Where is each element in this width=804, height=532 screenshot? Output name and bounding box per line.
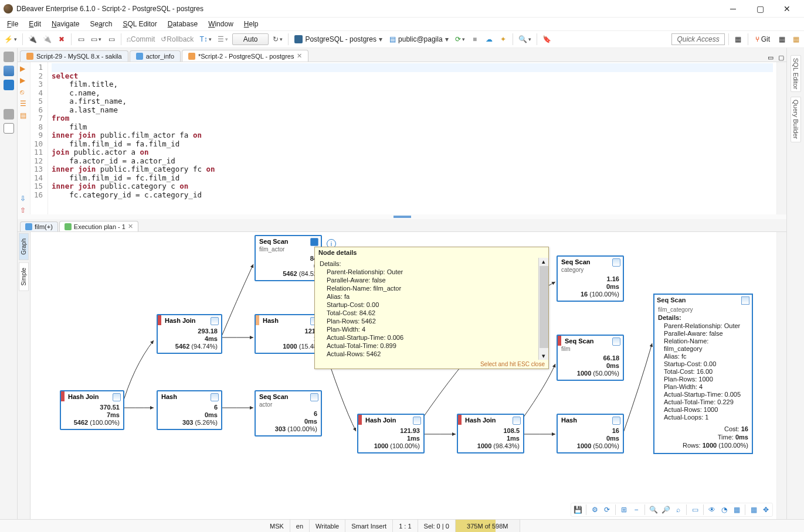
node-info-icon[interactable] bbox=[211, 393, 219, 401]
stop-button[interactable]: ■ bbox=[469, 33, 481, 46]
tab-execution-plan[interactable]: Execution plan - 1 ✕ bbox=[59, 221, 138, 231]
plan-node-hash-join-8[interactable]: Hash Join 108.51ms1000 (98.43%) bbox=[457, 414, 524, 453]
plan-node-seqscan-category[interactable]: Seq Scan category 1.160ms16 (100.00%) bbox=[557, 255, 624, 302]
close-icon[interactable]: ✕ bbox=[297, 52, 302, 60]
perspective-3-icon[interactable]: ▦ bbox=[790, 33, 802, 46]
close-icon[interactable]: ✕ bbox=[128, 223, 133, 230]
plan-node-seqscan-actor[interactable]: Seq Scan actor 60ms303 (100.00%) bbox=[255, 390, 322, 436]
graph-scrollbar[interactable] bbox=[776, 232, 786, 519]
auto-commit-button[interactable]: Auto bbox=[232, 33, 269, 45]
status-heap[interactable]: 375M of 598M bbox=[456, 520, 520, 532]
plug-connect-icon[interactable]: 🔌 bbox=[26, 33, 39, 46]
node-info-icon[interactable] bbox=[113, 393, 121, 401]
sql-editor-recent-button[interactable]: ▭ bbox=[89, 33, 103, 46]
plan-node-hash-right[interactable]: Hash 160ms1000 (50.00%) bbox=[557, 414, 624, 453]
layout-1-icon[interactable]: ▭ bbox=[690, 504, 700, 515]
sparkle-button[interactable]: ✦ bbox=[497, 33, 509, 46]
sql-console-button[interactable]: ▭ bbox=[106, 33, 117, 46]
plan-node-hash-join-2[interactable]: Hash Join 293.184ms5462 (94.74%) bbox=[157, 314, 222, 354]
eye-icon[interactable]: 👁 bbox=[707, 504, 717, 515]
editor-minimize-icon[interactable]: ▭ bbox=[765, 54, 776, 62]
editor-scrollbar[interactable] bbox=[776, 62, 786, 214]
color-icon[interactable]: ◔ bbox=[719, 504, 730, 515]
export-icon[interactable]: ▤ bbox=[20, 111, 28, 120]
disconnect-all-icon[interactable]: ✖ bbox=[56, 33, 67, 46]
menu-file[interactable]: File bbox=[2, 19, 23, 29]
menu-navigate[interactable]: Navigate bbox=[47, 19, 84, 29]
diagram-prefs-icon[interactable]: ⚙ bbox=[589, 504, 600, 515]
search-tool-button[interactable]: 🔍 bbox=[517, 33, 533, 46]
view-icon[interactable] bbox=[4, 52, 14, 62]
connection-selector[interactable]: PostgreSQL - postgres ▾ bbox=[292, 35, 385, 43]
plan-node-seqscan-film-actor[interactable]: Seq Scan film_actor 8405462 (84.52 bbox=[255, 235, 322, 281]
menu-sql-editor[interactable]: SQL Editor bbox=[118, 19, 161, 29]
tab-query-builder-vertical[interactable]: Query Builder bbox=[791, 97, 801, 142]
explain-icon[interactable]: ☰ bbox=[20, 100, 28, 108]
menu-search[interactable]: Search bbox=[85, 19, 117, 29]
tab-simple[interactable]: Simple bbox=[19, 262, 29, 291]
node-info-icon[interactable] bbox=[310, 393, 318, 401]
node-detail-panel[interactable]: Seq Scan film_category Details: Parent-R… bbox=[653, 294, 753, 454]
plug-disconnect-icon[interactable]: 🔌 bbox=[41, 33, 53, 46]
quick-access-field[interactable]: Quick Access bbox=[671, 33, 724, 45]
tab-film-plus[interactable]: film(+) bbox=[20, 221, 58, 231]
node-info-icon[interactable] bbox=[513, 417, 521, 425]
editor-maximize-icon[interactable]: ▢ bbox=[776, 54, 786, 62]
bookmark-icon[interactable]: 🔖 bbox=[541, 33, 553, 46]
git-perspective-button[interactable]: ⑂ Git bbox=[752, 34, 774, 45]
tx-mode-button[interactable]: T↕ bbox=[198, 33, 213, 46]
plan-node-seqscan-film[interactable]: Seq Scan film 66.180ms1000 (50.00%) bbox=[557, 335, 624, 381]
palette-icon[interactable]: ▦ bbox=[731, 504, 742, 515]
tab-script-29[interactable]: Script-29 - MySQL 8.x - sakila bbox=[20, 50, 128, 62]
run-icon[interactable]: ▶ bbox=[20, 64, 28, 73]
tooltip-scrollbar[interactable]: ▴▾ bbox=[538, 258, 548, 360]
project-explorer-icon[interactable] bbox=[4, 123, 14, 134]
commit-button[interactable]: ⎌ Commit bbox=[125, 33, 157, 46]
refresh-button[interactable]: ⟳ bbox=[453, 33, 467, 46]
save-icon[interactable]: ⇧ bbox=[20, 206, 28, 214]
perspective-2-icon[interactable]: ▦ bbox=[776, 33, 788, 46]
projects-icon[interactable] bbox=[4, 80, 14, 90]
menu-edit[interactable]: Edit bbox=[24, 19, 46, 29]
minimized-view-icon[interactable] bbox=[4, 109, 14, 120]
run-script-icon[interactable]: ▶ bbox=[20, 76, 28, 84]
node-info-icon[interactable] bbox=[310, 238, 318, 246]
cloud-button[interactable]: ☁ bbox=[483, 33, 495, 46]
close-button[interactable]: ✕ bbox=[774, 0, 800, 18]
zoom-in-icon[interactable]: 🔍 bbox=[648, 504, 659, 515]
node-info-icon[interactable] bbox=[612, 417, 620, 425]
minimize-button[interactable]: ─ bbox=[720, 0, 747, 18]
menu-help[interactable]: Help bbox=[239, 19, 263, 29]
maximize-button[interactable]: ▢ bbox=[747, 0, 774, 18]
menu-window[interactable]: Window bbox=[203, 19, 238, 29]
node-info-icon[interactable] bbox=[741, 296, 749, 305]
node-info-icon[interactable] bbox=[211, 317, 219, 325]
tab-sql-editor-vertical[interactable]: SQL Editor bbox=[791, 55, 801, 92]
splitter-handle[interactable] bbox=[18, 214, 786, 219]
menu-database[interactable]: Database bbox=[163, 19, 202, 29]
code-area[interactable]: select film.title, c.name, a.first_name,… bbox=[48, 62, 776, 214]
node-info-icon[interactable] bbox=[612, 337, 620, 346]
refresh-diagram-icon[interactable]: ⟳ bbox=[602, 504, 612, 515]
tx-log-button[interactable]: ☰ bbox=[216, 33, 230, 46]
perspective-button[interactable]: ▦ bbox=[732, 33, 744, 46]
minus-icon[interactable]: − bbox=[631, 504, 642, 515]
rollback-button[interactable]: ↺ Rollback bbox=[159, 33, 195, 46]
sql-editor-button[interactable]: ▭ bbox=[75, 33, 87, 46]
schema-selector[interactable]: ▤ public@pagila ▾ bbox=[387, 35, 451, 43]
plan-node-hash-join-root[interactable]: Hash Join 370.517ms5462 (100.00%) bbox=[60, 390, 124, 430]
tab-graph[interactable]: Graph bbox=[19, 233, 29, 260]
zoom-reset-icon[interactable]: ⌕ bbox=[673, 504, 683, 515]
zoom-fit-icon[interactable]: ⊞ bbox=[619, 504, 629, 515]
db-navigator-icon[interactable] bbox=[4, 66, 14, 76]
history-button[interactable]: ↻ bbox=[271, 33, 284, 46]
plan-node-hash-join-7[interactable]: Hash Join 121.931ms1000 (100.00%) bbox=[357, 414, 425, 453]
plan-node-hash-303[interactable]: Hash 60ms303 (5.26%) bbox=[157, 390, 222, 430]
plan-node-hash-1000[interactable]: Hash 121.11000 (15.48 bbox=[255, 314, 322, 354]
grid-icon[interactable]: ▦ bbox=[748, 504, 759, 515]
execution-plan-graph[interactable]: Hash Join 370.517ms5462 (100.00%) Hash J… bbox=[30, 232, 776, 519]
run-statement-icon[interactable]: ⎋ bbox=[20, 88, 28, 96]
node-info-icon[interactable] bbox=[612, 258, 620, 267]
zoom-out-icon[interactable]: 🔎 bbox=[660, 504, 671, 515]
compass-icon[interactable]: ✥ bbox=[761, 504, 771, 515]
